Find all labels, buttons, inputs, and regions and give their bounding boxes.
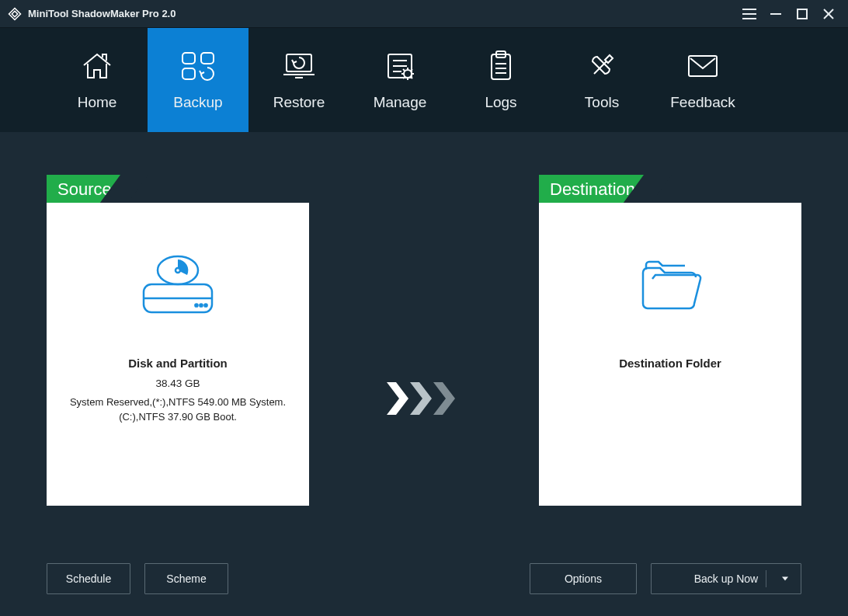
svg-point-26 bbox=[200, 304, 202, 306]
tab-label: Home bbox=[78, 94, 117, 111]
svg-marker-30 bbox=[387, 382, 408, 415]
app-title: MiniTool ShadowMaker Pro 2.0 bbox=[28, 8, 176, 19]
tab-label: Backup bbox=[173, 94, 222, 111]
feedback-icon bbox=[684, 49, 721, 83]
tab-tools[interactable]: Tools bbox=[551, 28, 652, 132]
folder-icon bbox=[539, 248, 801, 325]
arrow-icon bbox=[381, 263, 467, 418]
destination-tab-label: Destination bbox=[550, 179, 635, 200]
destination-caption: Destination Folder bbox=[539, 357, 801, 370]
source-tab-header: Source bbox=[47, 175, 309, 204]
source-size: 38.43 GB bbox=[47, 378, 309, 389]
tab-label: Manage bbox=[374, 94, 427, 111]
tab-label: Tools bbox=[585, 94, 619, 111]
svg-rect-23 bbox=[689, 56, 717, 76]
restore-icon bbox=[280, 49, 318, 83]
tab-logs[interactable]: Logs bbox=[450, 28, 551, 132]
button-separator bbox=[766, 570, 766, 587]
tab-home[interactable]: Home bbox=[47, 28, 148, 132]
tab-restore[interactable]: Restore bbox=[248, 28, 349, 132]
close-button[interactable] bbox=[815, 0, 842, 28]
options-button[interactable]: Options bbox=[530, 563, 637, 594]
tab-manage[interactable]: Manage bbox=[349, 28, 450, 132]
svg-marker-31 bbox=[410, 382, 432, 415]
backup-now-button[interactable]: Back up Now bbox=[651, 563, 801, 594]
source-details: System Reserved,(*:),NTFS 549.00 MB Syst… bbox=[47, 395, 309, 425]
destination-tab-header: Destination bbox=[539, 175, 801, 204]
tab-backup[interactable]: Backup bbox=[148, 28, 248, 132]
backup-now-button-label: Back up Now bbox=[694, 572, 758, 585]
tab-label: Feedback bbox=[670, 94, 735, 111]
svg-rect-4 bbox=[798, 9, 807, 19]
tools-icon bbox=[583, 49, 620, 83]
options-button-label: Options bbox=[565, 572, 602, 585]
maximize-button[interactable] bbox=[789, 0, 815, 28]
title-bar: MiniTool ShadowMaker Pro 2.0 bbox=[0, 0, 848, 28]
home-icon bbox=[78, 49, 116, 83]
scheme-button-label: Scheme bbox=[166, 572, 206, 585]
footer-bar: Schedule Scheme Options Back up Now bbox=[0, 563, 848, 594]
schedule-button-label: Schedule bbox=[66, 572, 111, 585]
disk-icon bbox=[47, 248, 309, 325]
backup-icon bbox=[179, 49, 217, 83]
source-card[interactable]: Source Disk and Partition 38.43 GB bbox=[47, 175, 309, 506]
svg-rect-9 bbox=[182, 68, 195, 79]
tab-feedback[interactable]: Feedback bbox=[652, 28, 753, 132]
main-content: Source Disk and Partition 38.43 GB bbox=[0, 132, 848, 616]
svg-marker-32 bbox=[433, 382, 455, 415]
schedule-button[interactable]: Schedule bbox=[47, 563, 130, 594]
svg-rect-8 bbox=[201, 53, 214, 64]
chevron-down-icon[interactable] bbox=[782, 577, 788, 581]
destination-card[interactable]: Destination Destination Folder bbox=[539, 175, 801, 506]
app-logo-icon bbox=[8, 7, 22, 21]
source-caption: Disk and Partition bbox=[47, 357, 309, 370]
minimize-button[interactable] bbox=[763, 0, 789, 28]
menu-button[interactable] bbox=[736, 0, 763, 28]
tab-label: Restore bbox=[273, 94, 325, 111]
svg-point-17 bbox=[404, 70, 412, 78]
manage-icon bbox=[381, 49, 419, 83]
logs-icon bbox=[482, 49, 520, 83]
main-navbar: Home Backup Restore Manage bbox=[0, 28, 848, 132]
svg-point-27 bbox=[204, 304, 207, 306]
svg-point-25 bbox=[195, 304, 197, 306]
scheme-button[interactable]: Scheme bbox=[144, 563, 228, 594]
svg-rect-7 bbox=[182, 53, 195, 64]
svg-point-29 bbox=[176, 268, 180, 273]
tab-label: Logs bbox=[485, 94, 516, 111]
